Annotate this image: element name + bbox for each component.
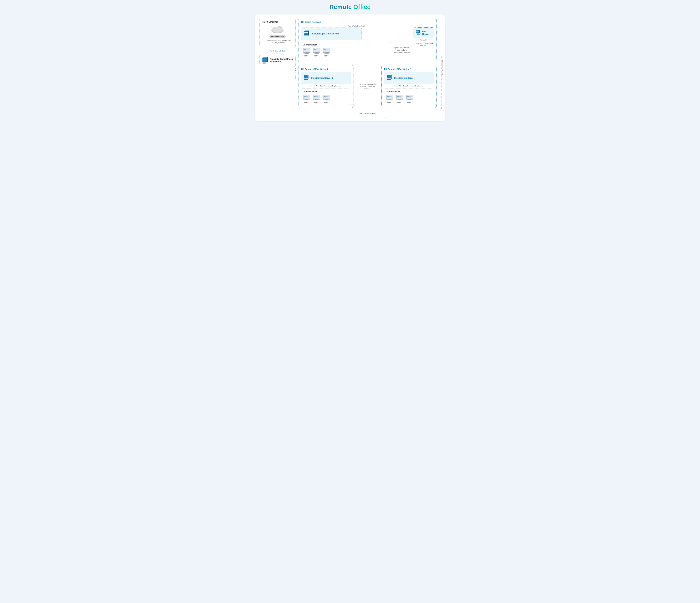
svg-rect-76 [306,96,309,96]
svg-rect-45 [316,50,319,50]
svg-rect-83 [314,96,316,97]
svg-point-21 [262,62,266,63]
svg-rect-53 [326,50,328,50]
svg-rect-84 [316,96,319,96]
svg-rect-115 [398,100,402,100]
dist-server-2-label: Distribution Server-2 [311,77,333,79]
svg-rect-118 [399,97,402,97]
ro2-agent-label-1: Agent 1 [304,101,309,103]
ro2-agent-2: Agent 2 [313,95,320,103]
agents-row-ro1: Agent 1 Agent 2 Agent 3 [386,95,432,103]
ro1-agent-label-3: Agent 3 [407,101,412,103]
patch-data-collected-label: Patch Data Collected and Sent to DS [414,42,433,47]
svg-rect-28 [304,34,308,35]
svg-rect-108 [387,96,389,97]
file-server-icon [416,29,421,36]
agents-row-ro2: Agent 1 Agent 2 Agent 3 [303,95,349,103]
svg-rect-107 [388,100,392,100]
client-devices-inner: Client Devices [301,42,391,58]
svg-rect-44 [316,49,319,49]
gets-downloaded-right-wrapper: Gets Downloaded Files [439,18,441,116]
svg-rect-96 [385,68,386,69]
page-title: Remote Office [3,3,697,10]
gets-downloaded-bottom-label: Gets Downloaded Files [359,113,376,114]
svg-rect-62 [301,68,302,69]
svg-rect-116 [397,96,399,97]
svg-rect-64 [301,69,302,70]
ro1-agent-1: Agent 1 [386,95,394,103]
svg-rect-54 [324,51,329,51]
serviceops-label: ServiceOps Main Server [312,32,339,35]
svg-marker-30 [308,30,309,36]
svg-marker-58 [419,30,420,33]
central-repo-label: Motadata Central Patch Repository [270,58,293,63]
svg-rect-24 [301,22,302,23]
remote-offices-row: Remote Office Setup-2 Distribution Serve… [298,65,436,108]
file-server-area: File Server Checks and Fetches Files if … [413,25,434,47]
grid-icon-client-premise [301,21,304,23]
monitor-icon-2 [313,48,320,54]
grid-icon-ro1 [384,68,387,71]
grid-icon-ro2 [301,68,304,71]
svg-rect-82 [315,100,319,100]
svg-rect-74 [304,100,309,100]
agent-item-2: Agent 2 [313,48,320,56]
client-devices-ro1: Client Devices Agent 1 Agent 2 [384,88,434,105]
svg-marker-70 [308,75,308,80]
svg-rect-55 [416,30,419,31]
page-wrapper: Remote Office [3,3,697,121]
svg-rect-41 [315,53,318,53]
svg-rect-125 [409,96,412,96]
svg-rect-77 [306,97,308,97]
central-repo-box: Motadata Central Patch Repository [259,54,296,67]
main-layout: Patch Database Patch Metadata Contains P… [259,18,441,116]
svg-rect-75 [304,96,305,97]
svg-rect-27 [304,33,308,34]
top-row: Puts URL to Download Serv [301,25,434,58]
cloud-icon [271,25,284,34]
svg-point-61 [417,33,420,34]
svg-rect-117 [399,96,402,96]
svg-rect-110 [389,97,392,97]
client-communicate-wrapper: Client Communicate for Missing or Updati… [356,65,379,108]
svg-rect-98 [385,69,386,70]
ro2-monitor-1 [303,95,310,101]
dist-server-2-icon [303,74,309,82]
svg-rect-65 [302,69,303,70]
svg-rect-68 [304,79,308,80]
svg-rect-127 [407,98,412,98]
svg-rect-91 [324,96,326,97]
svg-rect-93 [326,97,328,97]
patch-db-sync-label: Patch DB Sync [295,68,296,79]
svg-rect-52 [326,49,329,49]
svg-rect-126 [409,97,411,97]
svg-rect-36 [306,49,309,49]
svg-rect-49 [325,53,328,53]
pull-annotation: Patch Data is Pulled [259,49,296,53]
svg-rect-63 [302,68,303,69]
svg-rect-43 [314,49,316,50]
agents-ask-area: Client Devices [301,42,411,58]
svg-rect-25 [302,22,303,23]
gets-downloaded-bottom-wrapper: Gets Downloaded Files [298,111,436,116]
client-devices-title: Client Devices [303,44,389,46]
svg-rect-85 [316,97,319,97]
sends-files-1-label: Sends Files Downloaded for Deployment [384,85,434,87]
agents-ask-annotation: Agents Ask for Newly Scanned and Downloa… [393,47,411,53]
ro2-agent-1: Agent 1 [303,95,310,103]
svg-rect-122 [408,99,411,100]
serviceops-box: ServiceOps Main Server [301,28,362,40]
svg-rect-100 [387,77,391,78]
client-communicate-label: Client Communicate for Missing or Updati… [357,83,378,90]
diagram: Patch Database Patch Metadata Contains P… [255,15,445,121]
svg-rect-66 [304,75,308,77]
ro1-monitor-1 [386,95,394,101]
ro2-agent-label-2: Agent 2 [314,101,319,103]
svg-rect-56 [416,32,419,33]
svg-rect-14 [262,58,267,59]
svg-rect-51 [324,49,326,50]
svg-rect-50 [325,53,329,54]
svg-rect-109 [389,96,392,96]
svg-rect-15 [262,59,267,61]
svg-rect-106 [389,99,391,100]
